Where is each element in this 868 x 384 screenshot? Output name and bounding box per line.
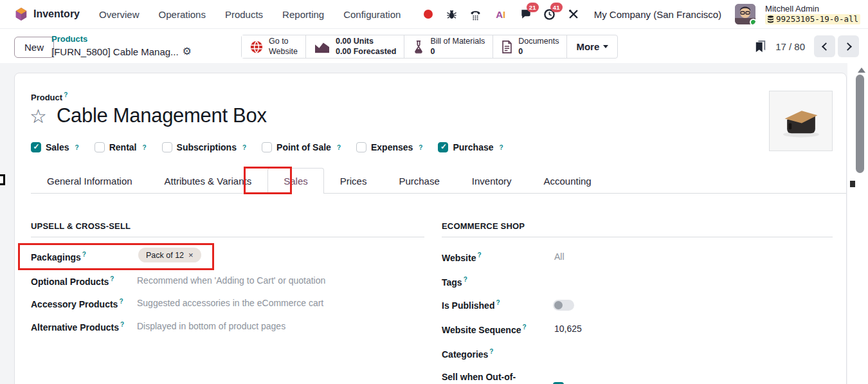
bug-icon[interactable] bbox=[445, 7, 459, 21]
checkbox-purchase[interactable]: Purchase? bbox=[438, 142, 503, 152]
checkbox-expenses[interactable]: Expenses? bbox=[356, 142, 422, 152]
pager-next-button[interactable] bbox=[838, 35, 859, 57]
user-name: Mitchell Admin bbox=[765, 4, 860, 14]
main-menu: Overview Operations Products Reporting C… bbox=[99, 9, 401, 20]
top-navbar: Inventory Overview Operations Products R… bbox=[0, 0, 868, 29]
inventory-app-icon[interactable] bbox=[14, 7, 28, 21]
menu-reporting[interactable]: Reporting bbox=[282, 9, 324, 20]
packaging-tag[interactable]: Pack of 12 × bbox=[138, 248, 201, 262]
breadcrumb-products-link[interactable]: Products bbox=[51, 34, 192, 45]
menu-configuration[interactable]: Configuration bbox=[343, 9, 401, 20]
user-block[interactable]: Mitchell Admin 99253105-19-0-all bbox=[765, 4, 860, 24]
pager: 17 / 80 bbox=[755, 35, 859, 57]
website-label: Website? bbox=[442, 251, 482, 263]
new-button[interactable]: New bbox=[14, 37, 54, 58]
tab-general-information[interactable]: General Information bbox=[31, 168, 149, 193]
scrollbar-up-arrow[interactable] bbox=[858, 68, 865, 73]
optional-products-label: Optional Products? bbox=[31, 275, 114, 287]
activities-icon[interactable]: 41 bbox=[543, 7, 557, 21]
phone-icon[interactable] bbox=[469, 7, 483, 21]
globe-icon bbox=[249, 40, 264, 54]
annotation-mark-right bbox=[850, 181, 855, 187]
button-box: Go to Website 0.00 Units 0.00 Forecasted… bbox=[241, 35, 618, 59]
website-sequence-field[interactable]: 10,625 bbox=[554, 324, 582, 334]
tools-icon[interactable] bbox=[566, 7, 581, 21]
help-icon[interactable]: ? bbox=[119, 298, 123, 305]
help-icon[interactable]: ? bbox=[337, 144, 341, 151]
tab-sales[interactable]: Sales bbox=[267, 168, 324, 194]
go-to-website-button[interactable]: Go to Website bbox=[242, 35, 306, 58]
help-icon[interactable]: ? bbox=[522, 324, 526, 331]
is-published-toggle[interactable] bbox=[553, 300, 574, 311]
pos-checkbox-box[interactable] bbox=[262, 142, 272, 152]
help-icon[interactable]: ? bbox=[82, 251, 86, 258]
tab-attributes-variants[interactable]: Attributes & Variants bbox=[149, 168, 268, 193]
alternative-products-field[interactable]: Displayed in bottom of product pages bbox=[137, 321, 285, 331]
bill-of-materials-button[interactable]: Bill of Materials 0 bbox=[404, 35, 493, 58]
help-icon[interactable]: ? bbox=[242, 144, 246, 151]
optional-products-field[interactable]: Recommend when 'Adding to Cart' or quota… bbox=[137, 275, 325, 286]
pager-previous-button[interactable] bbox=[814, 35, 835, 57]
tab-accounting[interactable]: Accounting bbox=[528, 168, 608, 193]
product-title[interactable]: Cable Management Box bbox=[57, 104, 267, 127]
help-icon[interactable]: ? bbox=[64, 91, 68, 98]
favorite-star-icon[interactable] bbox=[30, 105, 47, 127]
session-line: 99253105-19-0-all bbox=[765, 14, 860, 24]
messages-icon[interactable]: 21 bbox=[519, 7, 533, 21]
checkbox-rental[interactable]: Rental? bbox=[95, 142, 147, 152]
tab-purchase[interactable]: Purchase bbox=[383, 168, 455, 193]
more-button[interactable]: More bbox=[567, 35, 617, 58]
website-field[interactable]: All bbox=[554, 251, 565, 262]
menu-overview[interactable]: Overview bbox=[99, 9, 140, 20]
product-availability-checkboxes: Sales? Rental? Subscriptions? Point of S… bbox=[31, 142, 503, 152]
ai-icon[interactable]: AI bbox=[493, 7, 509, 21]
gear-icon[interactable] bbox=[183, 45, 192, 59]
rental-checkbox-box[interactable] bbox=[95, 142, 105, 152]
breadcrumb: Products [FURN_5800] Cable Manag... bbox=[51, 34, 192, 59]
is-published-label: Is Published? bbox=[442, 299, 500, 311]
categories-label: Categories? bbox=[442, 348, 493, 360]
help-icon[interactable]: ? bbox=[464, 276, 467, 283]
menu-operations[interactable]: Operations bbox=[159, 9, 206, 20]
checkbox-point-of-sale[interactable]: Point of Sale? bbox=[262, 142, 341, 152]
online-status-dot bbox=[750, 19, 755, 24]
company-switcher[interactable]: My Company (San Francisco) bbox=[594, 9, 721, 20]
expenses-checkbox-box[interactable] bbox=[356, 142, 366, 152]
forecasted-button[interactable]: 0.00 Units 0.00 Forecasted bbox=[306, 35, 405, 58]
ecommerce-section-title: ECOMMERCE SHOP bbox=[442, 221, 833, 237]
accessory-products-field[interactable]: Suggested accessories in the eCommerce c… bbox=[137, 298, 323, 308]
menu-products[interactable]: Products bbox=[225, 9, 263, 20]
help-icon[interactable]: ? bbox=[496, 299, 500, 306]
help-icon[interactable]: ? bbox=[489, 348, 493, 355]
subscriptions-checkbox-box[interactable] bbox=[162, 142, 172, 152]
document-icon bbox=[501, 40, 513, 54]
documents-button[interactable]: Documents 0 bbox=[493, 35, 567, 58]
website-sequence-label: Website Sequence? bbox=[442, 324, 527, 335]
record-dot[interactable] bbox=[421, 7, 435, 21]
help-icon[interactable]: ? bbox=[143, 144, 147, 151]
remove-tag-icon[interactable]: × bbox=[188, 250, 194, 260]
checkbox-sales[interactable]: Sales? bbox=[31, 142, 79, 152]
flask-icon bbox=[412, 40, 425, 54]
help-icon[interactable]: ? bbox=[500, 144, 503, 151]
bookmark-icon[interactable] bbox=[755, 40, 766, 53]
help-icon[interactable]: ? bbox=[110, 275, 114, 282]
help-icon[interactable]: ? bbox=[419, 144, 422, 151]
purchase-checkbox-box[interactable] bbox=[438, 142, 448, 152]
help-icon[interactable]: ? bbox=[120, 321, 124, 328]
checkbox-subscriptions[interactable]: Subscriptions? bbox=[162, 142, 246, 152]
sales-checkbox-box[interactable] bbox=[31, 142, 41, 152]
scrollbar-thumb[interactable] bbox=[856, 75, 864, 173]
tab-prices[interactable]: Prices bbox=[324, 168, 383, 193]
help-icon[interactable]: ? bbox=[477, 251, 481, 259]
alternative-products-label: Alternative Products? bbox=[31, 321, 124, 333]
app-name[interactable]: Inventory bbox=[33, 8, 80, 20]
tab-inventory[interactable]: Inventory bbox=[456, 168, 528, 193]
session-id: 99253105-19-0-all bbox=[776, 14, 858, 24]
tags-label: Tags? bbox=[442, 276, 467, 288]
messages-badge: 21 bbox=[527, 3, 539, 12]
annotation-mark-left bbox=[0, 174, 5, 185]
product-image[interactable] bbox=[769, 91, 833, 151]
help-icon[interactable]: ? bbox=[75, 144, 79, 151]
avatar[interactable] bbox=[735, 4, 755, 24]
